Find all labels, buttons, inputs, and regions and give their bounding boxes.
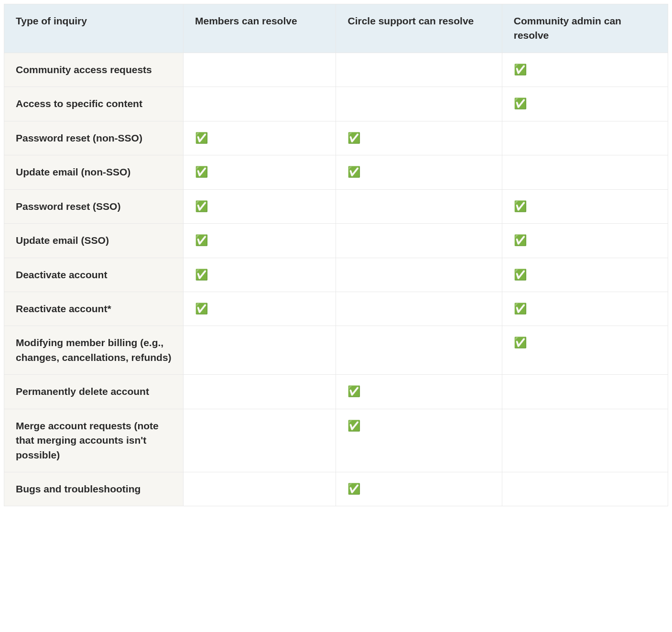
cell-support xyxy=(336,189,502,223)
cell-support xyxy=(336,326,502,375)
cell-members xyxy=(184,87,336,121)
cell-members: ✅ xyxy=(184,189,336,223)
check-icon: ✅ xyxy=(347,385,360,397)
cell-admin: ✅ xyxy=(502,87,668,121)
table-row: Access to specific content✅ xyxy=(4,87,668,121)
header-members: Members can resolve xyxy=(184,4,336,53)
check-icon: ✅ xyxy=(195,200,208,212)
row-label: Reactivate account* xyxy=(4,292,184,326)
table-body: Community access requests✅Access to spec… xyxy=(4,53,668,506)
row-label: Password reset (non-SSO) xyxy=(4,121,184,155)
check-icon: ✅ xyxy=(514,200,527,212)
table-row: Community access requests✅ xyxy=(4,53,668,87)
check-icon: ✅ xyxy=(195,269,208,281)
check-icon: ✅ xyxy=(514,234,527,246)
cell-members xyxy=(184,326,336,375)
cell-support: ✅ xyxy=(336,472,502,506)
check-icon: ✅ xyxy=(195,132,208,144)
cell-members: ✅ xyxy=(184,258,336,292)
check-icon: ✅ xyxy=(347,166,360,178)
cell-admin xyxy=(502,409,668,472)
header-support: Circle support can resolve xyxy=(336,4,502,53)
check-icon: ✅ xyxy=(347,483,360,495)
cell-support: ✅ xyxy=(336,375,502,409)
row-label: Bugs and troubleshooting xyxy=(4,472,184,506)
cell-support xyxy=(336,258,502,292)
table-row: Merge account requests (note that mergin… xyxy=(4,409,668,472)
cell-admin xyxy=(502,155,668,189)
row-label: Permanently delete account xyxy=(4,375,184,409)
check-icon: ✅ xyxy=(514,98,527,109)
cell-admin: ✅ xyxy=(502,53,668,87)
check-icon: ✅ xyxy=(347,420,360,432)
header-type: Type of inquiry xyxy=(4,4,184,53)
table-row: Password reset (SSO)✅✅ xyxy=(4,189,668,223)
row-label: Update email (non-SSO) xyxy=(4,155,184,189)
header-admin: Community admin can resolve xyxy=(502,4,668,53)
cell-admin: ✅ xyxy=(502,326,668,375)
check-icon: ✅ xyxy=(195,166,208,178)
row-label: Access to specific content xyxy=(4,87,184,121)
inquiry-resolution-table: Type of inquiry Members can resolve Circ… xyxy=(4,4,668,506)
check-icon: ✅ xyxy=(514,64,527,76)
cell-support xyxy=(336,87,502,121)
check-icon: ✅ xyxy=(514,337,527,349)
table-header: Type of inquiry Members can resolve Circ… xyxy=(4,4,668,53)
cell-members xyxy=(184,409,336,472)
row-label: Community access requests xyxy=(4,53,184,87)
table-row: Reactivate account*✅✅ xyxy=(4,292,668,326)
table-row: Deactivate account✅✅ xyxy=(4,258,668,292)
cell-members xyxy=(184,472,336,506)
cell-support: ✅ xyxy=(336,409,502,472)
cell-admin: ✅ xyxy=(502,258,668,292)
cell-admin: ✅ xyxy=(502,292,668,326)
cell-members: ✅ xyxy=(184,292,336,326)
row-label: Merge account requests (note that mergin… xyxy=(4,409,184,472)
cell-support xyxy=(336,53,502,87)
table-row: Modifying member billing (e.g., changes,… xyxy=(4,326,668,375)
cell-admin xyxy=(502,472,668,506)
cell-support xyxy=(336,224,502,258)
table-row: Permanently delete account✅ xyxy=(4,375,668,409)
cell-admin: ✅ xyxy=(502,224,668,258)
cell-members xyxy=(184,375,336,409)
cell-members: ✅ xyxy=(184,155,336,189)
table-row: Update email (non-SSO)✅✅ xyxy=(4,155,668,189)
cell-support xyxy=(336,292,502,326)
check-icon: ✅ xyxy=(195,234,208,246)
row-label: Update email (SSO) xyxy=(4,224,184,258)
cell-support: ✅ xyxy=(336,155,502,189)
cell-support: ✅ xyxy=(336,121,502,155)
table-row: Update email (SSO)✅✅ xyxy=(4,224,668,258)
check-icon: ✅ xyxy=(514,269,527,281)
table-row: Bugs and troubleshooting✅ xyxy=(4,472,668,506)
cell-members: ✅ xyxy=(184,224,336,258)
check-icon: ✅ xyxy=(347,132,360,144)
row-label: Modifying member billing (e.g., changes,… xyxy=(4,326,184,375)
check-icon: ✅ xyxy=(514,303,527,315)
cell-members: ✅ xyxy=(184,121,336,155)
row-label: Deactivate account xyxy=(4,258,184,292)
cell-members xyxy=(184,53,336,87)
row-label: Password reset (SSO) xyxy=(4,189,184,223)
cell-admin xyxy=(502,121,668,155)
cell-admin xyxy=(502,375,668,409)
cell-admin: ✅ xyxy=(502,189,668,223)
check-icon: ✅ xyxy=(195,303,208,315)
table-row: Password reset (non-SSO)✅✅ xyxy=(4,121,668,155)
